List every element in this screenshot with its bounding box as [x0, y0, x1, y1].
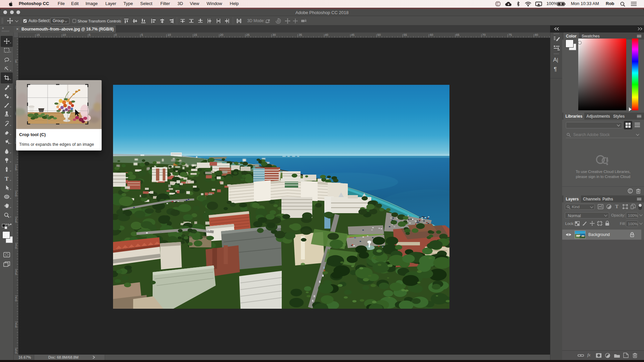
svg-text:T: T — [5, 176, 9, 182]
